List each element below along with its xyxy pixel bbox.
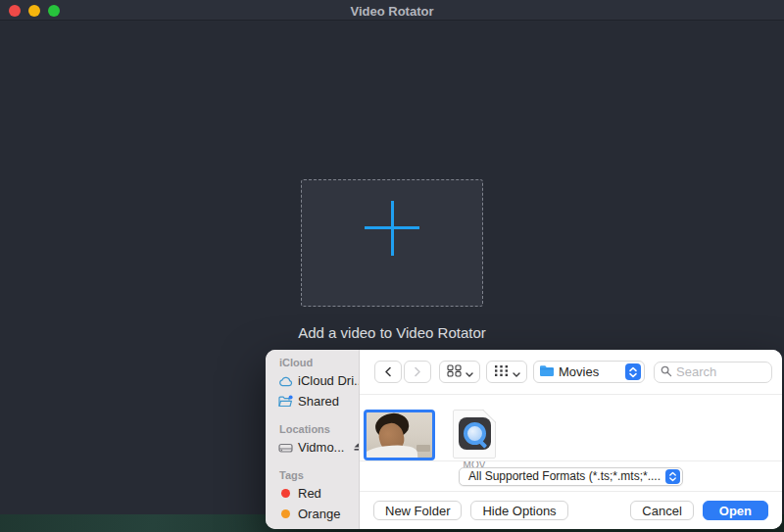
orange-tag-icon: [281, 509, 290, 518]
format-select[interactable]: All Supported Formats (*.ts;*.mts;*....: [459, 467, 683, 486]
location-select-value: Movies: [559, 364, 621, 379]
select-stepper-icon: [665, 469, 680, 484]
window-titlebar: Video Rotator: [0, 0, 784, 21]
cloud-icon: [277, 374, 293, 388]
sidebar-section-title: iCloud: [279, 357, 359, 369]
sidebar-section-title: Tags: [279, 469, 359, 482]
open-button[interactable]: Open: [703, 501, 768, 520]
cancel-button[interactable]: Cancel: [630, 501, 693, 520]
dialog-toolbar: Movies: [360, 350, 782, 394]
sidebar-item-icloud-drive[interactable]: iCloud Dri...: [266, 370, 359, 391]
sidebar-item-label: iCloud Dri...: [298, 373, 359, 388]
sidebar-item-tag-orange[interactable]: Orange: [266, 504, 359, 524]
search-input[interactable]: [676, 364, 765, 379]
search-field[interactable]: [654, 362, 772, 383]
dialog-main: Movies: [360, 350, 782, 529]
red-tag-icon: [281, 489, 290, 498]
sidebar-item-label: Vidmo...: [298, 440, 344, 455]
format-select-value: All Supported Formats (*.ts;*.mts;*....: [468, 469, 661, 483]
back-button[interactable]: [374, 361, 402, 383]
window-title: Video Rotator: [0, 4, 784, 19]
dialog-sidebar: iCloud iCloud Dri... Shared Locations Vi…: [266, 350, 360, 529]
shared-folder-icon: [277, 395, 293, 409]
sidebar-item-label: Yellow: [298, 527, 334, 529]
eject-icon[interactable]: [353, 440, 359, 455]
sidebar-item-tag-yellow[interactable]: Yellow: [266, 524, 359, 529]
file-browser: MOV: [360, 394, 782, 460]
location-select[interactable]: Movies: [533, 361, 645, 383]
sidebar-item-shared[interactable]: Shared: [266, 391, 359, 411]
group-view-icon: [494, 363, 509, 381]
sidebar-item-label: Orange: [298, 507, 340, 521]
folder-icon: [539, 363, 555, 381]
hide-options-button[interactable]: Hide Options: [470, 501, 567, 520]
select-stepper-icon: [625, 363, 641, 380]
dialog-footer: New Folder Hide Options Cancel Open: [360, 491, 782, 529]
desktop: Video Rotator Add a video to Video Rotat…: [0, 0, 784, 532]
group-view-button[interactable]: [486, 361, 527, 383]
sidebar-item-label: Shared: [298, 394, 339, 409]
disk-icon: [277, 441, 293, 455]
icon-view-button[interactable]: [439, 361, 480, 383]
sidebar-section-title: Locations: [279, 423, 359, 436]
new-folder-button[interactable]: New Folder: [373, 501, 462, 520]
forward-button[interactable]: [404, 361, 431, 383]
sidebar-item-label: Red: [298, 486, 321, 501]
quicktime-icon: [459, 417, 491, 450]
chevron-down-icon: [513, 363, 520, 381]
grid-view-icon: [447, 363, 462, 381]
search-icon: [661, 363, 672, 381]
open-file-dialog: iCloud iCloud Dri... Shared Locations Vi…: [266, 350, 782, 529]
sidebar-item-tag-red[interactable]: Red: [266, 483, 359, 504]
mov-file-icon: [453, 410, 496, 459]
sidebar-item-vidmore-disk[interactable]: Vidmo...: [266, 437, 359, 458]
format-row: All Supported Formats (*.ts;*.mts;*....: [360, 460, 782, 491]
chevron-down-icon: [466, 363, 473, 381]
video-file-thumbnail[interactable]: [364, 410, 435, 460]
drop-zone-label: Add a video to Video Rotator: [0, 324, 784, 341]
